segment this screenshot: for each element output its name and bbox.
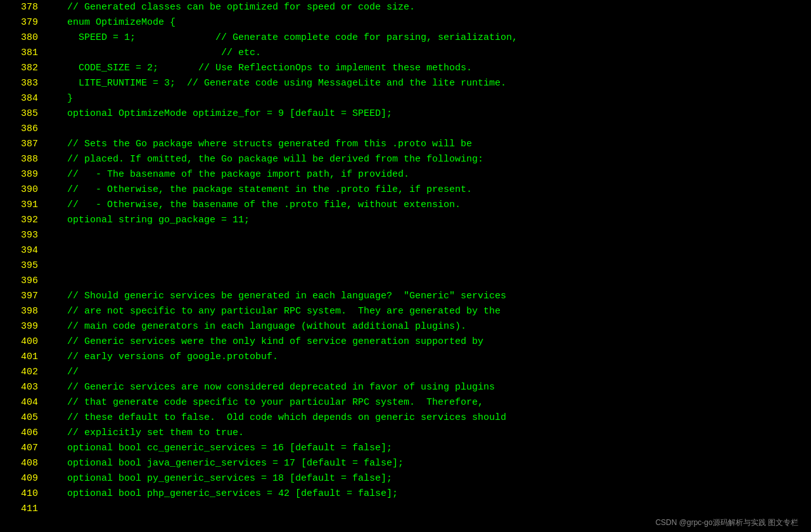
line-content: // placed. If omitted, the Go package wi… [44,152,811,167]
line-content: enum OptimizeMode { [44,15,811,30]
line-number: 392 [0,213,44,228]
line-number: 396 [0,274,44,289]
line-content: // Generated classes can be optimized fo… [44,0,811,15]
line-number: 406 [0,426,44,441]
footer-text: CSDN @grpc-go源码解析与实践 图文专栏 [655,517,798,528]
code-line: 396 [0,274,811,289]
line-number: 411 [0,502,44,517]
line-content: SPEED = 1; // Generate complete code for… [44,30,811,46]
line-content: optional bool py_generic_services = 18 [… [44,471,811,486]
line-number: 405 [0,410,44,426]
line-number: 394 [0,243,44,258]
line-content: // Sets the Go package where structs gen… [44,137,811,152]
line-content: CODE_SIZE = 2; // Use ReflectionOps to i… [44,61,811,76]
code-line: 411 [0,502,811,517]
code-line: 400 // Generic services were the only ki… [0,334,811,350]
line-number: 385 [0,106,44,122]
line-number: 395 [0,258,44,274]
code-line: 409 optional bool py_generic_services = … [0,471,811,486]
line-content: // Should generic services be generated … [44,289,811,304]
line-number: 401 [0,350,44,365]
line-number: 386 [0,122,44,137]
line-content: optional bool php_generic_services = 42 … [44,486,811,502]
line-number: 398 [0,304,44,319]
code-line: 408 optional bool java_generic_services … [0,456,811,471]
line-content: LITE_RUNTIME = 3; // Generate code using… [44,76,811,91]
code-line: 380 SPEED = 1; // Generate complete code… [0,30,811,46]
code-line: 402 // [0,365,811,380]
code-line: 391 // - Otherwise, the basename of the … [0,198,811,213]
code-line: 405 // these default to false. Old code … [0,410,811,426]
line-number: 379 [0,15,44,30]
line-content: optional bool cc_generic_services = 16 [… [44,441,811,456]
code-line: 386 [0,122,811,137]
code-line: 407 optional bool cc_generic_services = … [0,441,811,456]
line-number: 380 [0,30,44,46]
line-number: 382 [0,61,44,76]
code-line: 388 // placed. If omitted, the Go packag… [0,152,811,167]
code-line: 394 [0,243,811,258]
code-line: 403 // Generic services are now consider… [0,380,811,395]
code-line: 404 // that generate code specific to yo… [0,395,811,410]
line-content: // Generic services were the only kind o… [44,334,811,350]
line-content: } [44,91,811,106]
line-content: // etc. [44,46,811,61]
line-number: 402 [0,365,44,380]
line-content: // Generic services are now considered d… [44,380,811,395]
code-line: 384 } [0,91,811,106]
line-content: // early versions of google.protobuf. [44,350,811,365]
line-number: 381 [0,46,44,61]
code-line: 398 // are not specific to any particula… [0,304,811,319]
line-number: 407 [0,441,44,456]
line-number: 383 [0,76,44,91]
line-number: 409 [0,471,44,486]
line-number: 378 [0,0,44,15]
code-line: 395 [0,258,811,274]
code-line: 393 [0,228,811,243]
line-content: optional OptimizeMode optimize_for = 9 [… [44,106,811,122]
line-number: 389 [0,167,44,182]
line-content: // that generate code specific to your p… [44,395,811,410]
line-number: 387 [0,137,44,152]
code-line: 387 // Sets the Go package where structs… [0,137,811,152]
code-line: 399 // main code generators in each lang… [0,319,811,334]
line-number: 400 [0,334,44,350]
code-line: 406 // explicitly set them to true. [0,426,811,441]
line-number: 403 [0,380,44,395]
line-content: // are not specific to any particular RP… [44,304,811,319]
code-line: 410 optional bool php_generic_services =… [0,486,811,502]
code-line: 379 enum OptimizeMode { [0,15,811,30]
line-number: 393 [0,228,44,243]
line-number: 408 [0,456,44,471]
line-number: 399 [0,319,44,334]
code-viewer: 378 // Generated classes can be optimize… [0,0,811,513]
code-line: 390 // - Otherwise, the package statemen… [0,182,811,198]
code-line: 381 // etc. [0,46,811,61]
line-number: 410 [0,486,44,502]
code-line: 397 // Should generic services be genera… [0,289,811,304]
code-line: 383 LITE_RUNTIME = 3; // Generate code u… [0,76,811,91]
line-content: // - Otherwise, the package statement in… [44,182,811,198]
line-content: // explicitly set them to true. [44,426,811,441]
line-number: 388 [0,152,44,167]
line-number: 384 [0,91,44,106]
code-line: 389 // - The basename of the package imp… [0,167,811,182]
line-number: 391 [0,198,44,213]
code-line: 392 optional string go_package = 11; [0,213,811,228]
line-content: // main code generators in each language… [44,319,811,334]
line-content: // - Otherwise, the basename of the .pro… [44,198,811,213]
code-line: 385 optional OptimizeMode optimize_for =… [0,106,811,122]
line-content: // - The basename of the package import … [44,167,811,182]
code-line: 401 // early versions of google.protobuf… [0,350,811,365]
line-content: optional bool java_generic_services = 17… [44,456,811,471]
line-number: 404 [0,395,44,410]
line-number: 397 [0,289,44,304]
code-line: 382 CODE_SIZE = 2; // Use ReflectionOps … [0,61,811,76]
code-line: 378 // Generated classes can be optimize… [0,0,811,15]
line-content: optional string go_package = 11; [44,213,811,228]
line-content: // these default to false. Old code whic… [44,410,811,426]
line-content: // [44,365,811,380]
line-number: 390 [0,182,44,198]
